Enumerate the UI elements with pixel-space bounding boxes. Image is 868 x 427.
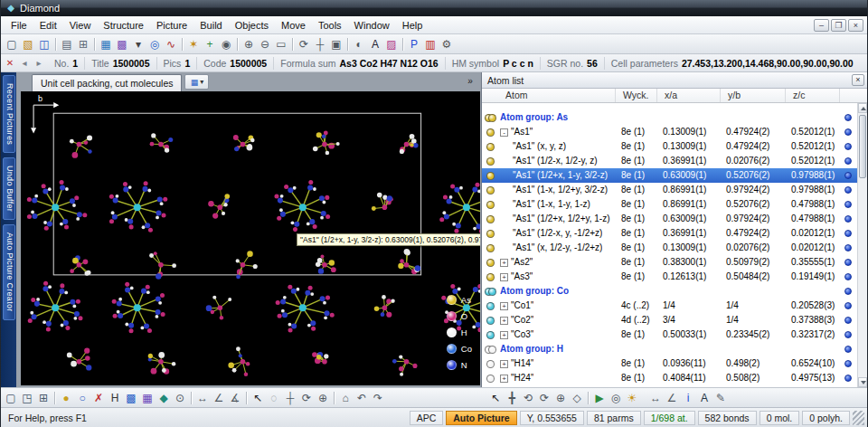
scroll-down-icon[interactable] <box>858 377 867 387</box>
atom-indicator[interactable] <box>840 244 856 251</box>
pan-icon[interactable]: ╋ <box>504 390 520 405</box>
perspective-icon[interactable]: ◇ <box>569 390 585 405</box>
toolbox-icon[interactable]: ▥ <box>422 36 439 52</box>
atom-row[interactable]: "As1" (1/2-x, y, -1/2+z)8e (1)0.36991(1)… <box>482 226 857 241</box>
delete-atom-icon[interactable]: ✗ <box>90 390 107 405</box>
column-header-x-a[interactable]: x/a <box>657 89 721 102</box>
atom-indicator[interactable] <box>840 346 856 353</box>
structure-canvas[interactable]: b AsOHCoN "As1" (1/2+x, 1-y, 3/2-z): 0.6… <box>21 91 480 385</box>
menu-window[interactable]: Window <box>348 18 396 33</box>
atom-row[interactable]: "As1" (x, 1/2-y, -1/2+z)8e (1)0.13009(1)… <box>482 241 857 255</box>
snapshot-icon[interactable]: ▣ <box>328 36 344 52</box>
atom-row[interactable]: +"Co1"4c (..2)1/41/40.20528(3) <box>482 299 857 313</box>
info-icon[interactable]: i <box>680 390 696 405</box>
pointer-icon[interactable]: ↖ <box>487 390 504 405</box>
mdi-minimize-button[interactable]: – <box>814 19 829 32</box>
side-tab-auto-picture-creator[interactable]: Auto Picture Creator <box>3 224 15 320</box>
atom-indicator[interactable] <box>840 317 856 324</box>
menu-move[interactable]: Move <box>275 18 312 33</box>
add-bond-icon[interactable]: ○ <box>74 390 90 405</box>
scrollbar-thumb[interactable] <box>859 115 866 178</box>
tree-expander[interactable]: - <box>500 128 508 137</box>
atom-indicator[interactable] <box>840 360 856 367</box>
atom-row[interactable]: +"Co3"8e (1)0.50033(1)0.23345(2)0.32317(… <box>482 327 857 342</box>
atom-row[interactable]: "As1" (1/2+x, 1-y, 3/2-z)8e (1)0.63009(1… <box>482 168 857 183</box>
close-icon[interactable]: × <box>852 74 864 86</box>
move-mode-icon[interactable]: ┼ <box>282 390 298 405</box>
atom-indicator[interactable] <box>840 230 856 237</box>
atom-indicator[interactable] <box>840 172 856 179</box>
new-picture-icon[interactable]: ▢ <box>3 390 19 405</box>
auto-build-icon[interactable]: + <box>202 36 218 52</box>
menu-objects[interactable]: Objects <box>229 18 275 33</box>
print-icon[interactable]: ▤ <box>59 36 75 52</box>
atom-group-row[interactable]: Atom group: As <box>482 110 857 125</box>
tree-expander[interactable]: + <box>500 360 508 368</box>
picture-view-icon[interactable]: ◎ <box>146 36 163 52</box>
atom-indicator[interactable] <box>840 186 856 194</box>
atom-row[interactable]: +"H24"8e (1)0.4084(11)0.508(2)0.4975(13) <box>482 371 857 385</box>
search-icon[interactable]: ◉ <box>218 36 234 52</box>
rotate-icon[interactable]: ⟳ <box>296 36 312 52</box>
tree-expander[interactable]: + <box>500 302 508 310</box>
zoom-tool-icon[interactable]: ⊕ <box>552 390 569 405</box>
mdi-close-button[interactable]: × <box>848 19 863 32</box>
rotate-mode-icon[interactable]: ⟳ <box>298 390 315 405</box>
column-header-atom[interactable]: Atom <box>482 89 616 102</box>
new-document-icon[interactable]: ▢ <box>4 36 20 52</box>
table-view-icon[interactable]: ▩ <box>114 36 130 52</box>
next-record-icon[interactable]: ▸ <box>32 55 46 71</box>
stereo-icon[interactable]: ◎ <box>608 390 624 405</box>
side-tab-undo-buffer[interactable]: Undo Buffer <box>3 157 15 220</box>
atom-indicator[interactable] <box>840 259 856 266</box>
menu-build[interactable]: Build <box>193 18 228 33</box>
more-tabs-button[interactable]: » <box>463 74 477 88</box>
povray-icon[interactable]: P <box>406 36 422 52</box>
column-header-wyck[interactable]: Wyck. <box>616 89 657 102</box>
atom-indicator[interactable] <box>840 273 856 280</box>
mdi-restore-button[interactable]: ❐ <box>831 19 846 32</box>
zoom-in-icon[interactable]: ⊕ <box>241 36 257 52</box>
tab-unit-cell-packing[interactable]: Unit cell packing, cut molecules <box>32 74 182 91</box>
copy-picture-icon[interactable]: ⊞ <box>35 390 52 405</box>
measure-angle-icon[interactable]: ∠ <box>664 390 680 405</box>
undo-view-icon[interactable]: ↶ <box>354 390 370 405</box>
add-atom-icon[interactable]: ● <box>58 390 74 405</box>
lasso-icon[interactable]: ◌ <box>266 390 282 405</box>
picture-menu-button[interactable]: ▦ ▾ <box>184 74 209 90</box>
datasheet-icon[interactable]: ▦ <box>98 36 114 52</box>
rotate-z-icon[interactable]: ⟳ <box>536 390 552 405</box>
scroll-up-icon[interactable] <box>858 103 867 113</box>
torsion-icon[interactable]: ∡ <box>227 390 243 405</box>
gear-icon[interactable]: ⚙ <box>439 36 455 52</box>
view-menu-icon[interactable]: ▾ <box>130 36 146 52</box>
atom-group-row[interactable]: Atom group: H <box>482 342 857 356</box>
column-header-y-b[interactable]: y/b <box>721 89 786 102</box>
edit-icon[interactable]: ✎ <box>712 390 729 405</box>
resize-grip[interactable] <box>853 411 864 425</box>
fit-window-icon[interactable]: ▭ <box>273 36 289 52</box>
menu-view[interactable]: View <box>63 18 98 33</box>
packing-icon[interactable]: ▦ <box>139 390 156 405</box>
atom-indicator[interactable] <box>840 375 856 382</box>
light-icon[interactable]: ☀ <box>624 390 640 405</box>
menu-picture[interactable]: Picture <box>150 18 193 33</box>
atom-indicator[interactable] <box>840 302 856 309</box>
tree-expander[interactable]: + <box>500 375 508 383</box>
angle-icon[interactable]: ∠ <box>211 390 227 405</box>
label-tool-icon[interactable]: A <box>696 390 712 405</box>
rotate-xy-icon[interactable]: ⟲ <box>520 390 536 405</box>
side-tab-recent-pictures[interactable]: Recent Pictures <box>3 75 15 153</box>
colors-icon[interactable]: ▨ <box>383 36 400 52</box>
tree-expander[interactable]: + <box>500 331 508 339</box>
column-header-z-c[interactable]: z/c <box>786 89 840 102</box>
tree-expander[interactable]: + <box>500 273 508 281</box>
atom-group-row[interactable]: Atom group: Co <box>482 284 857 299</box>
distance-icon[interactable]: ↔ <box>194 390 211 405</box>
prev-record-icon[interactable]: ◂ <box>17 55 32 71</box>
copy-icon[interactable]: ⊞ <box>75 36 91 52</box>
animate-icon[interactable]: ▶ <box>591 390 608 405</box>
powder-pattern-icon[interactable]: ∿ <box>163 36 179 52</box>
menu-edit[interactable]: Edit <box>33 18 63 33</box>
move-icon[interactable]: ┼ <box>312 36 328 52</box>
